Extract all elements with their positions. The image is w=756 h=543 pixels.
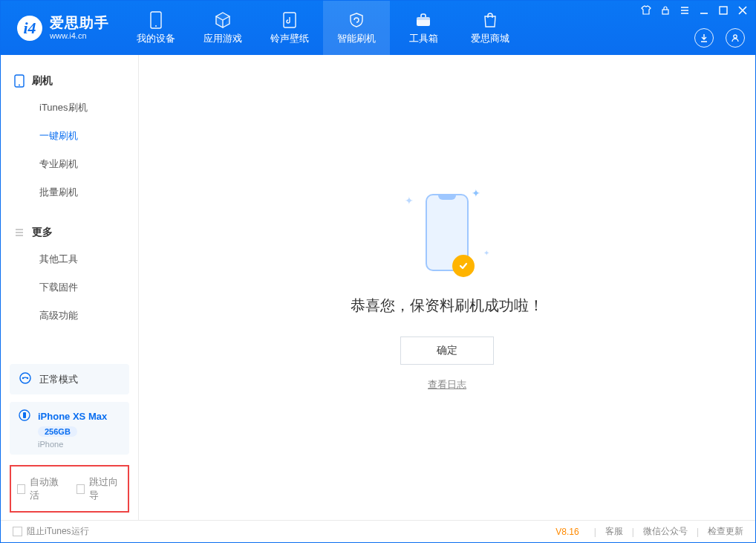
sidebar-item-itunes-flash[interactable]: iTunes刷机 — [1, 94, 138, 122]
sparkle-icon: ✦ — [472, 187, 480, 199]
checkbox-box-icon — [13, 527, 22, 536]
check-badge-icon — [452, 255, 475, 277]
footer-link-wechat[interactable]: 微信公众号 — [643, 525, 688, 538]
mode-icon — [19, 371, 32, 387]
checkbox-label: 阻止iTunes运行 — [27, 525, 89, 538]
cube-icon — [214, 11, 232, 29]
download-icon — [699, 33, 709, 43]
app-title: 爱思助手 — [50, 15, 109, 31]
device-box[interactable]: iPhone XS Max 256GB iPhone — [10, 402, 129, 455]
device-name: iPhone XS Max — [38, 411, 107, 422]
maximize-icon[interactable] — [718, 5, 729, 16]
sidebar-group-more: 更多 — [1, 220, 138, 245]
checkbox-label: 自动激活 — [30, 475, 62, 502]
sidebar-item-batch-flash[interactable]: 批量刷机 — [1, 178, 138, 207]
phone-outline-icon — [426, 194, 469, 271]
window-controls — [641, 5, 748, 16]
svg-point-10 — [20, 373, 30, 383]
nav-label: 应用游戏 — [203, 32, 242, 45]
checkbox-box-icon — [17, 484, 25, 494]
sidebar-item-advanced[interactable]: 高级功能 — [1, 302, 138, 330]
shirt-icon[interactable] — [641, 5, 651, 16]
svg-point-7 — [734, 35, 737, 38]
sidebar-group-flash: 刷机 — [1, 68, 138, 94]
mode-box[interactable]: 正常模式 — [10, 364, 129, 394]
sparkle-icon: ✦ — [405, 195, 414, 207]
minimize-icon[interactable] — [699, 5, 709, 16]
svg-rect-5 — [662, 10, 668, 14]
checkbox-skip-guide[interactable]: 跳过向导 — [76, 475, 123, 502]
list-icon — [14, 227, 25, 238]
sidebar-item-oneclick-flash[interactable]: 一键刷机 — [1, 122, 138, 150]
sidebar-item-pro-flash[interactable]: 专业刷机 — [1, 150, 138, 178]
nav-smart-flash[interactable]: 智能刷机 — [323, 1, 390, 55]
music-file-icon — [281, 11, 298, 29]
download-button[interactable] — [694, 28, 714, 48]
view-log-link[interactable]: 查看日志 — [428, 378, 466, 391]
lock-icon[interactable] — [660, 5, 671, 16]
checkbox-block-itunes[interactable]: 阻止iTunes运行 — [13, 525, 89, 538]
version-label: V8.16 — [555, 527, 579, 537]
user-icon — [730, 33, 740, 43]
refresh-shield-icon — [348, 11, 365, 29]
brand: i4 爱思助手 www.i4.cn — [1, 1, 123, 55]
device-icon — [148, 11, 164, 29]
nav-label: 工具箱 — [409, 32, 438, 45]
top-nav: 我的设备 应用游戏 铃声壁纸 智能刷机 工具箱 爱思商城 — [123, 1, 524, 55]
sidebar-group-label: 更多 — [32, 226, 53, 239]
phone-icon — [14, 74, 25, 88]
sidebar: 刷机 iTunes刷机 一键刷机 专业刷机 批量刷机 更多 其他工具 下载固件 … — [1, 55, 139, 520]
close-icon[interactable] — [737, 5, 748, 16]
bag-icon — [482, 11, 498, 29]
svg-rect-14 — [23, 412, 26, 418]
sidebar-item-other-tools[interactable]: 其他工具 — [1, 245, 138, 273]
titlebar: i4 爱思助手 www.i4.cn 我的设备 应用游戏 铃声壁纸 智能刷机 — [1, 1, 755, 55]
highlighted-checkbox-row: 自动激活 跳过向导 — [10, 465, 129, 513]
success-title: 恭喜您，保资料刷机成功啦！ — [351, 296, 544, 316]
device-type: iPhone — [38, 440, 63, 449]
brand-logo-icon: i4 — [17, 16, 42, 41]
nav-label: 爱思商城 — [471, 32, 509, 45]
device-phone-icon — [19, 409, 30, 423]
nav-label: 铃声壁纸 — [270, 32, 309, 45]
user-button[interactable] — [726, 28, 745, 48]
nav-ringtone-wallpaper[interactable]: 铃声壁纸 — [256, 1, 323, 55]
main-content: ✦ ✦ ✦ 恭喜您，保资料刷机成功啦！ 确定 查看日志 — [139, 55, 755, 520]
checkbox-auto-activate[interactable]: 自动激活 — [17, 475, 63, 502]
footer: 阻止iTunes运行 V8.16 | 客服 | 微信公众号 | 检查更新 — [1, 520, 755, 542]
brand-text: 爱思助手 www.i4.cn — [50, 15, 109, 40]
menu-icon[interactable] — [680, 5, 690, 16]
svg-point-9 — [19, 85, 20, 86]
sparkle-icon: ✦ — [483, 249, 489, 257]
nav-my-device[interactable]: 我的设备 — [123, 1, 189, 55]
success-illustration: ✦ ✦ ✦ — [399, 184, 495, 281]
body: 刷机 iTunes刷机 一键刷机 专业刷机 批量刷机 更多 其他工具 下载固件 … — [1, 55, 755, 520]
mode-label: 正常模式 — [39, 373, 78, 386]
nav-toolbox[interactable]: 工具箱 — [390, 1, 457, 55]
footer-link-check-update[interactable]: 检查更新 — [708, 525, 743, 538]
header-right-actions — [694, 28, 745, 48]
sidebar-item-download-firmware[interactable]: 下载固件 — [1, 273, 138, 302]
svg-rect-6 — [720, 7, 727, 14]
app-window: i4 爱思助手 www.i4.cn 我的设备 应用游戏 铃声壁纸 智能刷机 — [0, 0, 756, 543]
nav-label: 我的设备 — [137, 32, 175, 45]
nav-store[interactable]: 爱思商城 — [457, 1, 524, 55]
nav-label: 智能刷机 — [337, 32, 376, 45]
nav-apps-games[interactable]: 应用游戏 — [189, 1, 256, 55]
ok-button[interactable]: 确定 — [400, 336, 494, 365]
footer-right: V8.16 | 客服 | 微信公众号 | 检查更新 — [555, 525, 743, 538]
toolbox-icon — [414, 11, 432, 29]
svg-point-1 — [155, 25, 157, 27]
device-storage-badge: 256GB — [38, 426, 77, 437]
svg-rect-4 — [417, 17, 430, 20]
brand-url: www.i4.cn — [50, 31, 109, 41]
checkbox-box-icon — [76, 484, 85, 494]
footer-link-service[interactable]: 客服 — [605, 525, 623, 538]
sidebar-group-label: 刷机 — [32, 74, 53, 88]
checkbox-label: 跳过向导 — [89, 475, 122, 502]
